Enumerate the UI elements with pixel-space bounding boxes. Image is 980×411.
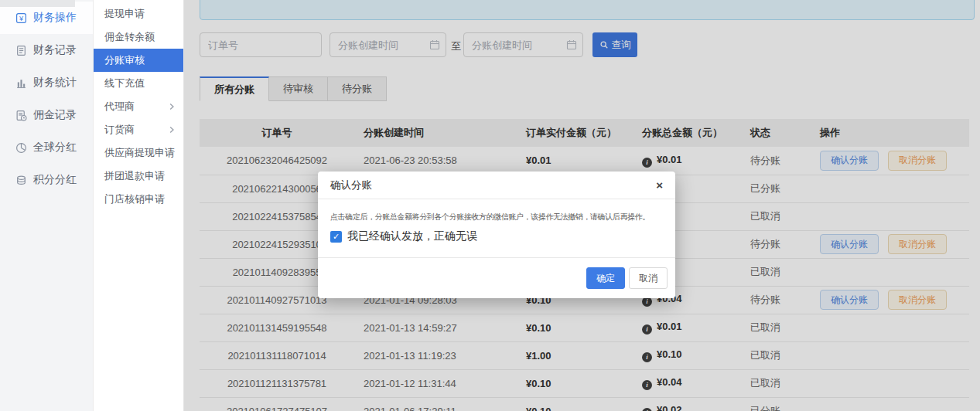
submenu-item-2[interactable]: 分账审核 xyxy=(94,49,183,72)
checkbox-checked-icon[interactable]: ✓ xyxy=(330,231,342,243)
chevron-right-icon xyxy=(168,103,176,110)
sidebar-item-2[interactable]: 财务统计 xyxy=(0,66,93,99)
commission-records-icon xyxy=(15,110,27,121)
confirm-split-modal: 确认分账 × 点击确定后，分账总金额将分到各个分账接收方的微信账户，该操作无法撤… xyxy=(318,172,675,298)
points-dividend-icon xyxy=(15,175,27,186)
submenu-item-label: 提现申请 xyxy=(104,2,145,25)
submenu-item-label: 订货商 xyxy=(104,118,135,141)
primary-sidebar: ¥财务操作财务记录财务统计佣金记录全球分红积分分红 xyxy=(0,0,93,411)
modal-title: 确认分账 xyxy=(330,178,372,192)
finance-statistics-icon xyxy=(15,77,27,89)
modal-message: 点击确定后，分账总金额将分到各个分账接收方的微信账户，该操作无法撤销，请确认后再… xyxy=(330,212,663,222)
modal-cancel-button[interactable]: 取消 xyxy=(629,267,668,289)
finance-records-icon xyxy=(15,45,27,56)
finance-operations-icon: ¥ xyxy=(15,12,27,24)
sidebar-top-remnant xyxy=(0,0,75,7)
submenu-item-label: 线下充值 xyxy=(104,72,145,95)
sidebar-item-label: 积分分红 xyxy=(33,173,77,187)
modal-footer: 确定 取消 xyxy=(318,257,675,298)
global-dividend-icon xyxy=(15,142,27,154)
sidebar-item-label: 财务统计 xyxy=(33,76,77,90)
confirm-checkbox-row[interactable]: ✓ 我已经确认发放，正确无误 xyxy=(330,229,663,243)
submenu-item-7[interactable]: 拼团退款申请 xyxy=(94,165,183,188)
sidebar-item-1[interactable]: 财务记录 xyxy=(0,34,93,66)
close-icon[interactable]: × xyxy=(656,179,663,191)
checkbox-label: 我已经确认发放，正确无误 xyxy=(347,229,477,243)
modal-header: 确认分账 × xyxy=(318,172,675,199)
submenu-item-4[interactable]: 代理商 xyxy=(94,95,183,118)
submenu-item-label: 代理商 xyxy=(104,95,135,118)
svg-text:¥: ¥ xyxy=(19,14,24,22)
submenu-item-label: 分账审核 xyxy=(104,49,145,72)
submenu-item-0[interactable]: 提现申请 xyxy=(94,2,183,25)
sidebar-item-3[interactable]: 佣金记录 xyxy=(0,99,93,131)
submenu-item-3[interactable]: 线下充值 xyxy=(94,72,183,95)
submenu-item-label: 拼团退款申请 xyxy=(104,165,165,188)
submenu-item-label: 佣金转余额 xyxy=(104,25,155,49)
sidebar-item-label: 佣金记录 xyxy=(33,108,77,122)
sidebar-item-label: 全球分红 xyxy=(33,141,77,155)
sidebar-item-5[interactable]: 积分分红 xyxy=(0,164,93,196)
secondary-sidebar: 提现申请佣金转余额分账审核线下充值代理商订货商供应商提现申请拼团退款申请门店核销… xyxy=(93,0,184,411)
submenu-item-6[interactable]: 供应商提现申请 xyxy=(94,141,183,165)
chevron-right-icon xyxy=(168,126,176,134)
submenu-item-5[interactable]: 订货商 xyxy=(94,118,183,141)
submenu-item-8[interactable]: 门店核销申请 xyxy=(94,188,183,211)
submenu-item-label: 门店核销申请 xyxy=(104,188,165,211)
sidebar-item-label: 财务操作 xyxy=(33,11,77,25)
submenu-item-1[interactable]: 佣金转余额 xyxy=(94,25,183,49)
modal-ok-button[interactable]: 确定 xyxy=(586,267,625,289)
modal-body: 点击确定后，分账总金额将分到各个分账接收方的微信账户，该操作无法撤销，请确认后再… xyxy=(318,199,675,243)
sidebar-item-label: 财务记录 xyxy=(33,43,77,57)
submenu-item-label: 供应商提现申请 xyxy=(104,141,175,165)
app-root: ¥财务操作财务记录财务统计佣金记录全球分红积分分红 提现申请佣金转余额分账审核线… xyxy=(0,0,980,411)
sidebar-item-4[interactable]: 全球分红 xyxy=(0,131,93,164)
